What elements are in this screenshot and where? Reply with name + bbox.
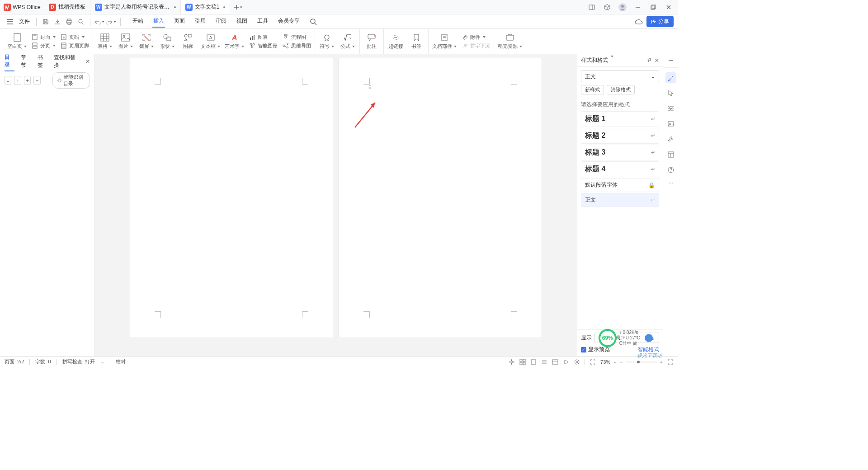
display-filter-select[interactable]: 有效样式⌄: [594, 333, 659, 343]
document-canvas[interactable]: ⠿: [95, 54, 577, 356]
close-button[interactable]: [662, 0, 675, 14]
doc-parts-button[interactable]: 文档部件: [432, 33, 457, 50]
page-number-button[interactable]: #页码: [60, 34, 89, 41]
assist-button[interactable]: [509, 359, 515, 365]
chevron-down-icon[interactable]: [610, 57, 613, 64]
blank-page-button[interactable]: 空白页: [7, 33, 27, 50]
export-button[interactable]: [52, 16, 63, 27]
nav-add-button[interactable]: +: [24, 76, 31, 85]
page-break-button[interactable]: 分页: [31, 42, 56, 49]
rail-layout-button[interactable]: [665, 149, 676, 160]
undo-button[interactable]: [94, 16, 105, 27]
nav-remove-button[interactable]: −: [33, 76, 40, 85]
comment-button[interactable]: +批注: [363, 33, 380, 50]
style-heading-2[interactable]: 标题 2↵: [581, 128, 659, 144]
rail-settings-button[interactable]: [665, 103, 676, 114]
show-preview-checkbox[interactable]: ✓ 显示预览: [581, 346, 610, 353]
print-preview-button[interactable]: [75, 16, 86, 27]
textbox-button[interactable]: A文本框: [201, 33, 220, 50]
nav-expand-button[interactable]: ⌄: [5, 76, 11, 85]
fullscreen-button[interactable]: [667, 359, 674, 365]
picture-button[interactable]: 图片: [118, 33, 134, 50]
mindmap-button[interactable]: 思维导图: [282, 42, 311, 49]
cube-button[interactable]: [600, 0, 614, 14]
rail-image-button[interactable]: [665, 118, 676, 129]
pin-button[interactable]: [646, 57, 652, 64]
view-settings-button[interactable]: [574, 359, 580, 365]
cloud-sync-button[interactable]: [635, 19, 643, 25]
bookmark-button[interactable]: 书签: [408, 33, 425, 50]
file-menu[interactable]: 文件: [16, 18, 33, 25]
page-1[interactable]: [130, 58, 333, 338]
rail-tools-button[interactable]: [665, 134, 676, 145]
zoom-slider[interactable]: [626, 360, 657, 364]
tab-templates[interactable]: D 找稻壳模板: [44, 0, 90, 14]
reading-view-button[interactable]: [563, 359, 569, 365]
web-view-button[interactable]: [552, 359, 558, 365]
nav-up-button[interactable]: ↑: [14, 76, 21, 85]
clear-format-button[interactable]: 清除格式: [607, 85, 635, 94]
smart-toc-button[interactable]: 智能识别目录: [52, 72, 90, 89]
equation-button[interactable]: x公式: [340, 33, 356, 50]
style-body-text[interactable]: 正文↵: [581, 193, 659, 207]
header-footer-button[interactable]: 页眉页脚: [60, 42, 89, 49]
menu-page[interactable]: 页面: [173, 15, 186, 28]
new-tab-button[interactable]: ▾: [230, 0, 246, 14]
current-style-select[interactable]: 正文 ⌄: [581, 70, 659, 82]
menu-member[interactable]: 会员专享: [277, 15, 301, 28]
grid-button[interactable]: [519, 359, 526, 365]
new-style-button[interactable]: 新样式: [581, 85, 604, 94]
menu-tools[interactable]: 工具: [256, 15, 269, 28]
icon-button[interactable]: 图标: [180, 33, 196, 50]
flowchart-button[interactable]: 流程图: [282, 34, 311, 41]
print-button[interactable]: [64, 16, 75, 27]
menu-view[interactable]: 视图: [236, 15, 248, 28]
smart-format-link[interactable]: 智能格式: [637, 346, 659, 353]
hyperlink-button[interactable]: 超链接: [387, 33, 404, 50]
shape-button[interactable]: 形状: [159, 33, 175, 50]
page-2[interactable]: ⠿: [339, 58, 542, 338]
style-heading-1[interactable]: 标题 1↵: [581, 111, 659, 127]
user-avatar[interactable]: [616, 0, 629, 14]
menu-reference[interactable]: 引用: [194, 15, 207, 28]
fit-button[interactable]: [590, 359, 596, 365]
table-button[interactable]: 表格: [97, 33, 113, 50]
rail-help-button[interactable]: [665, 164, 676, 175]
screenshot-button[interactable]: 截屏: [138, 33, 155, 50]
chart-button[interactable]: 图表: [249, 34, 278, 41]
style-heading-3[interactable]: 标题 3↵: [581, 145, 659, 160]
status-page[interactable]: 页面: 2/2: [5, 358, 24, 365]
wordart-button[interactable]: A艺术字: [225, 33, 244, 50]
rail-styles-button[interactable]: [665, 72, 676, 83]
smartart-button[interactable]: 智能图形: [249, 42, 278, 49]
tab-doc-2[interactable]: W 文字文稿1: [181, 0, 231, 14]
redo-button[interactable]: [106, 16, 117, 27]
nav-close-button[interactable]: ✕: [85, 58, 90, 65]
minimize-button[interactable]: [631, 0, 645, 14]
attachment-button[interactable]: 附件: [461, 34, 490, 41]
page-view-button[interactable]: [530, 359, 537, 365]
nav-tab-bookmark[interactable]: 书签: [38, 52, 47, 71]
cover-button[interactable]: 封面: [31, 34, 56, 41]
style-default-font[interactable]: 默认段落字体🔒: [581, 178, 659, 192]
pane-close-button[interactable]: ✕: [655, 57, 659, 64]
save-button[interactable]: [40, 16, 51, 27]
style-heading-4[interactable]: 标题 4↵: [581, 161, 659, 177]
maximize-button[interactable]: [646, 0, 660, 14]
outline-view-button[interactable]: [541, 359, 547, 365]
nav-tab-find[interactable]: 查找和替换: [54, 52, 79, 71]
tab-doc-1[interactable]: W 文字是人类用符号记录表达信息以: [90, 0, 181, 14]
zoom-level[interactable]: 73%: [600, 359, 610, 365]
zoom-out-button[interactable]: −: [620, 359, 623, 365]
status-word-count[interactable]: 字数: 0: [35, 358, 51, 365]
search-button[interactable]: [310, 18, 317, 25]
rail-more-button[interactable]: ⋯: [668, 180, 674, 186]
rail-select-button[interactable]: [665, 88, 676, 99]
menu-insert[interactable]: 插入: [152, 15, 165, 28]
status-proof[interactable]: 校对: [116, 358, 126, 365]
nav-tab-chapter[interactable]: 章节: [21, 52, 31, 71]
share-button[interactable]: 分享: [646, 16, 674, 27]
menu-start[interactable]: 开始: [132, 15, 144, 28]
menu-review[interactable]: 审阅: [215, 15, 227, 28]
dk-resources-button[interactable]: 稻壳资源: [498, 33, 522, 50]
